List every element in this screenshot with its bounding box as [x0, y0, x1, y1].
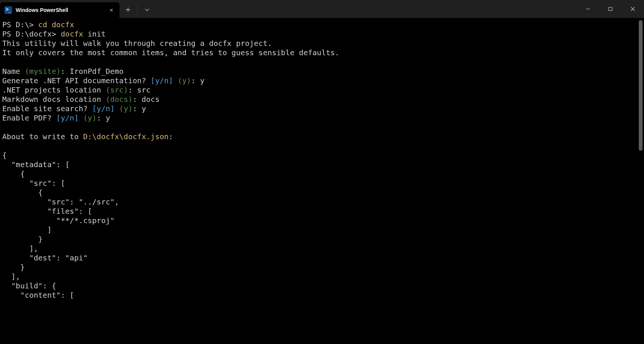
titlebar: Windows PowerShell ✕ — [0, 0, 644, 18]
yn-hint: [y/n] — [92, 104, 115, 113]
json-line: { — [2, 188, 43, 197]
maximize-icon — [608, 7, 613, 11]
user-input: : y — [97, 113, 110, 122]
output-line: It only covers the most common items, an… — [2, 48, 339, 57]
terminal-viewport: PS D:\> cd docfx PS D:\docfx> docfx init… — [0, 18, 644, 344]
json-line: "**/*.csproj" — [2, 216, 115, 225]
output-line: This utility will walk you through creat… — [2, 39, 272, 48]
command-text: cd docfx — [38, 20, 74, 29]
terminal-output[interactable]: PS D:\> cd docfx PS D:\docfx> docfx init… — [0, 18, 644, 344]
command-arg: init — [83, 29, 106, 38]
scrollbar-thumb[interactable] — [639, 20, 643, 151]
user-input: : y — [191, 76, 205, 85]
prompt-label: Name — [2, 67, 25, 76]
close-tab-button[interactable]: ✕ — [108, 6, 115, 15]
user-input: : docs — [133, 95, 159, 104]
json-line: "src": [ — [2, 179, 65, 188]
json-line: "src": "../src", — [2, 197, 119, 206]
json-line: "metadata": [ — [2, 160, 70, 169]
json-line: "files": [ — [2, 207, 92, 216]
close-window-button[interactable] — [622, 0, 644, 18]
default-value: (y) — [178, 76, 191, 85]
command-text: docfx — [61, 29, 83, 38]
json-line: } — [2, 235, 43, 244]
user-input: : IronPdf_Demo — [61, 67, 124, 76]
chevron-down-icon — [144, 7, 150, 12]
prompt: PS D:\> — [2, 20, 38, 29]
prompt: PS D:\docfx> — [2, 29, 61, 38]
space — [173, 76, 178, 85]
user-input: : y — [133, 104, 146, 113]
output-line: About to write to — [2, 132, 83, 141]
default-value: (mysite) — [25, 67, 60, 76]
minimize-icon — [586, 7, 590, 11]
plus-icon — [125, 7, 131, 12]
json-line: "content": [ — [2, 291, 74, 300]
json-line: ], — [2, 272, 20, 281]
titlebar-separator — [137, 4, 138, 15]
file-path: D:\docfx\docfx.json — [83, 132, 169, 141]
yn-hint: [y/n] — [56, 113, 79, 122]
json-line: { — [2, 151, 7, 160]
json-line: "dest": "api" — [2, 253, 88, 262]
default-value: (docs) — [106, 95, 133, 104]
window-controls — [577, 0, 644, 18]
prompt-label: Enable PDF? — [2, 113, 56, 122]
default-value: (y) — [83, 113, 97, 122]
powershell-icon — [4, 6, 12, 14]
space — [79, 113, 83, 122]
tab-title: Windows PowerShell — [16, 7, 104, 13]
minimize-button[interactable] — [577, 0, 599, 18]
default-value: (y) — [119, 104, 133, 113]
prompt-label: Generate .NET API documentation? — [2, 76, 150, 85]
json-line: "build": { — [2, 281, 56, 290]
prompt-label: Enable site search? — [2, 104, 92, 113]
colon: : — [169, 132, 173, 141]
prompt-label: Markdown docs location — [2, 95, 106, 104]
json-line: ] — [2, 225, 52, 234]
json-line: } — [2, 263, 25, 272]
tab-dropdown-button[interactable] — [139, 1, 156, 18]
maximize-button[interactable] — [599, 0, 622, 18]
prompt-label: .NET projects location — [2, 85, 106, 94]
yn-hint: [y/n] — [150, 76, 173, 85]
user-input: : src — [128, 85, 150, 94]
default-value: (src) — [106, 85, 128, 94]
space — [115, 104, 119, 113]
tab-powershell[interactable]: Windows PowerShell ✕ — [0, 2, 119, 18]
json-line: ], — [2, 244, 38, 253]
svg-rect-0 — [609, 7, 612, 11]
new-tab-button[interactable] — [119, 1, 137, 18]
close-icon — [631, 7, 635, 11]
json-line: { — [2, 169, 25, 178]
